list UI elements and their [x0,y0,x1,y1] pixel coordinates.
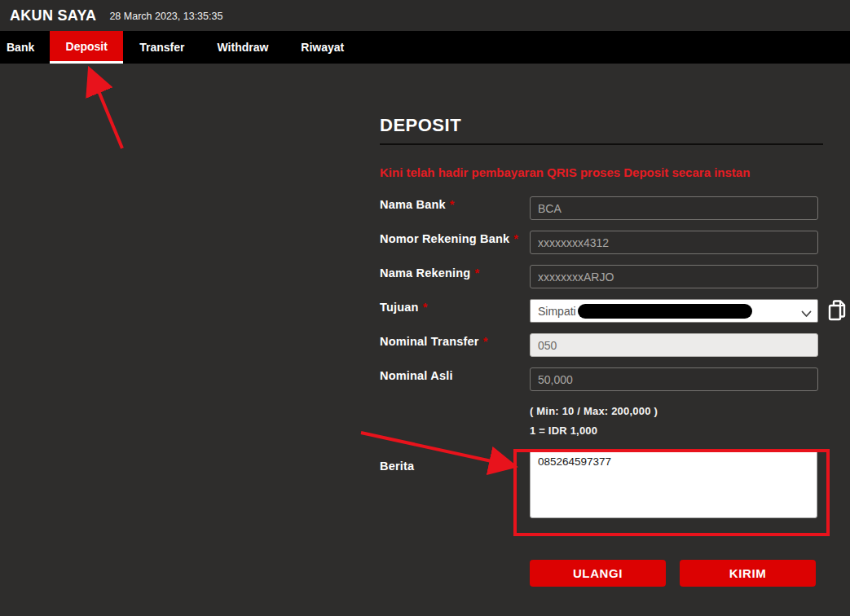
nominal-transfer-input[interactable] [530,333,818,357]
field-row-berita: Berita 085264597377 [380,450,823,521]
nama-rekening-label: Nama Rekening* [380,265,530,288]
nav-tab-riwayat[interactable]: Riwayat [284,31,360,64]
redaction-bar [578,304,752,319]
page-title: DEPOSIT [380,115,823,136]
required-asterisk: * [450,198,455,211]
annotation-arrow-deposit [91,73,122,148]
ulangi-button[interactable]: ULANGI [530,560,666,587]
field-row-nominal-asli: Nominal Asli [380,367,823,391]
nav-tab-transfer[interactable]: Transfer [123,31,200,64]
tujuan-select[interactable]: Simpati - [530,299,818,323]
field-row-tujuan: Tujuan* Simpati - [380,299,823,323]
main-nav: Bank Deposit Transfer Withdraw Riwayat [0,31,850,64]
nominal-transfer-label: Nominal Transfer* [380,333,530,357]
required-asterisk: * [474,266,479,279]
header-datetime: 28 March 2023, 13:35:35 [109,11,222,22]
nominal-asli-input[interactable] [530,367,818,391]
deposit-form-panel: DEPOSIT Kini telah hadir pembayaran QRIS… [380,115,823,587]
chevron-down-icon [801,306,812,321]
field-row-nama-rekening: Nama Rekening* [380,265,823,288]
qris-notice: Kini telah hadir pembayaran QRIS proses … [380,165,823,179]
nav-tab-deposit[interactable]: Deposit [50,31,123,64]
nav-tab-bank[interactable]: Bank [0,31,50,64]
nama-rekening-input[interactable] [530,265,818,288]
min-max-hint: ( Min: 10 / Max: 200,000 ) [530,405,823,417]
title-divider [380,143,823,145]
nomor-rekening-input[interactable] [530,231,818,254]
berita-label: Berita [380,450,530,521]
nama-bank-label: Nama Bank* [380,196,530,220]
required-asterisk: * [423,301,428,314]
copy-icon[interactable] [826,299,848,323]
berita-textarea[interactable]: 085264597377 [530,450,817,518]
nav-tab-withdraw[interactable]: Withdraw [200,31,284,64]
form-actions: ULANGI KIRIM [530,560,823,587]
rate-hint: 1 = IDR 1,000 [530,425,823,437]
required-asterisk: * [483,335,488,348]
app-header: AKUN SAYA 28 March 2023, 13:35:35 [0,0,850,31]
field-row-nama-bank: Nama Bank* [380,196,823,220]
kirim-button[interactable]: KIRIM [680,560,816,587]
tujuan-label: Tujuan* [380,299,530,323]
tujuan-selected-value: Simpati - [538,305,583,318]
brand-title: AKUN SAYA [10,7,96,24]
nama-bank-input[interactable] [530,196,818,220]
nominal-asli-label: Nominal Asli [380,367,530,391]
field-row-nomor-rekening: Nomor Rekening Bank* [380,231,823,254]
nomor-rekening-label: Nomor Rekening Bank* [380,231,530,254]
field-row-nominal-transfer: Nominal Transfer* [380,333,823,357]
required-asterisk: * [513,232,518,245]
